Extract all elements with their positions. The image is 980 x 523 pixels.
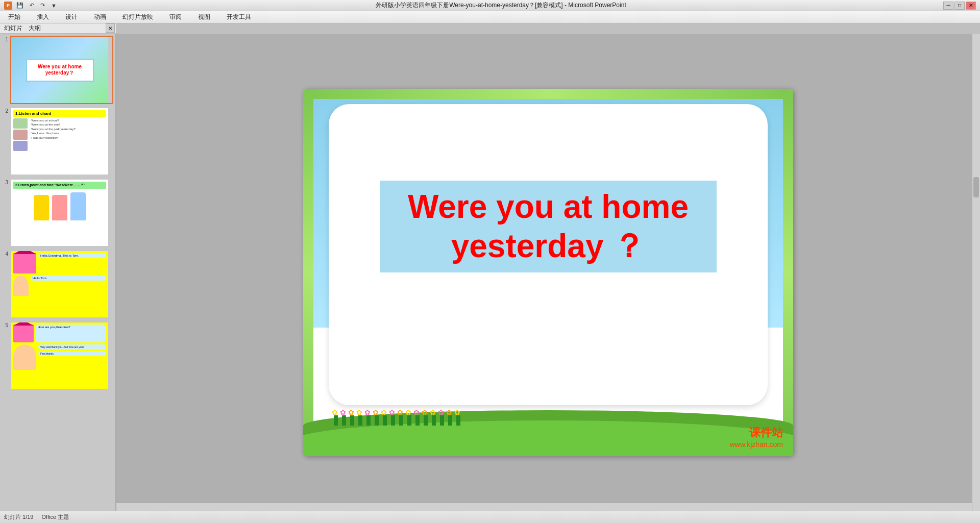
flower-6 bbox=[375, 415, 379, 426]
maximize-button[interactable]: □ bbox=[954, 2, 965, 10]
slide2-img2 bbox=[13, 130, 28, 140]
slide-item-2[interactable]: 2 1.Listen and chant · Were you at schoo… bbox=[2, 107, 113, 176]
ribbon: 开始 插入 设计 动画 幻灯片放映 审阅 视图 开发工具 bbox=[0, 11, 980, 23]
slide5-house bbox=[13, 325, 34, 342]
flower-decorations bbox=[303, 405, 793, 426]
main-editing-area[interactable]: Were you at home yesterday ？ 课件站 www.kjz… bbox=[116, 34, 980, 511]
panel-tab-outline[interactable]: 大纲 bbox=[29, 24, 41, 33]
theme-name: Office 主题 bbox=[41, 513, 69, 521]
ribbon-tab-view[interactable]: 视图 bbox=[194, 11, 214, 23]
watermark: 课件站 www.kjzhan.com bbox=[730, 425, 783, 449]
status-bar: 幻灯片 1/19 Office 主题 bbox=[0, 511, 980, 523]
flower-11 bbox=[415, 415, 420, 426]
slide1-text: Were you at homeyesterday？ bbox=[26, 59, 94, 82]
flower-2 bbox=[342, 415, 346, 426]
close-button[interactable]: ✕ bbox=[966, 2, 976, 10]
slide-thumb-4[interactable]: Hello,Grandma. This is Tom. Hello,Tom. bbox=[10, 250, 113, 318]
slide-item-1[interactable]: 1 Were you at homeyesterday？ bbox=[2, 36, 113, 104]
flower-4 bbox=[358, 415, 362, 426]
slide4-bubble2: Hello,Tom. bbox=[31, 276, 106, 281]
slide2-img1 bbox=[13, 118, 28, 129]
title-bar-left: P 💾 ↶ ↷ ▼ bbox=[4, 2, 59, 10]
slide-number-2: 2 bbox=[2, 108, 8, 114]
slides-panel[interactable]: 1 Were you at homeyesterday？ 2 1.Listen … bbox=[0, 34, 116, 511]
slide-number-4: 4 bbox=[2, 251, 8, 257]
flower-8 bbox=[391, 415, 395, 426]
slide3-char1 bbox=[34, 195, 49, 220]
ribbon-tab-design[interactable]: 设计 bbox=[61, 11, 82, 23]
quick-more[interactable]: ▼ bbox=[49, 3, 59, 9]
slide-count: 幻灯片 1/19 bbox=[4, 513, 33, 521]
slide5-bubble1: How are you,Grandma? bbox=[36, 325, 106, 342]
slide5-bubble2: Very well,thank you. And how are you? bbox=[38, 344, 106, 350]
watermark-line1: 课件站 bbox=[730, 425, 783, 440]
panel-header: 幻灯片 大纲 bbox=[0, 23, 116, 34]
scrollbar-thumb[interactable] bbox=[973, 177, 979, 197]
slide-thumb-1[interactable]: Were you at homeyesterday？ bbox=[10, 36, 113, 104]
flower-16 bbox=[456, 415, 460, 426]
slide-thumb-5[interactable]: How are you,Grandma? Very well,thank you… bbox=[10, 321, 113, 390]
title-bar-controls: ─ □ ✕ bbox=[943, 2, 976, 10]
watermark-line2: www.kjzhan.com bbox=[730, 440, 783, 449]
quick-redo[interactable]: ↷ bbox=[38, 2, 47, 9]
main-scrollbar[interactable] bbox=[972, 34, 980, 511]
main-heading: Were you at home yesterday ？ bbox=[408, 187, 689, 266]
slide-canvas: Were you at home yesterday ？ 课件站 www.kjz… bbox=[303, 89, 793, 456]
slide3-title: 2.Listen,point and find "Was/Were……？" bbox=[13, 182, 106, 189]
ribbon-tab-insert[interactable]: 插入 bbox=[33, 11, 53, 23]
title-bar-title: 外研版小学英语四年级下册Were-you-at-home-yesterday？[… bbox=[59, 1, 943, 10]
slide5-bubble3: Fine,thanks. bbox=[38, 351, 106, 356]
panel-close-button[interactable]: ✕ bbox=[106, 23, 115, 33]
slide-item-5[interactable]: 5 How are you,Grandma? Very well,thank y… bbox=[2, 321, 113, 390]
ribbon-tab-slideshow[interactable]: 幻灯片放映 bbox=[118, 11, 157, 23]
minimize-button[interactable]: ─ bbox=[943, 2, 953, 10]
slide-number-5: 5 bbox=[2, 322, 8, 328]
flower-13 bbox=[432, 415, 436, 426]
grass-layer2 bbox=[303, 420, 793, 456]
slide-item-3[interactable]: 3 2.Listen,point and find "Was/Were……？" bbox=[2, 179, 113, 247]
ribbon-tab-start[interactable]: 开始 bbox=[4, 11, 24, 23]
flower-10 bbox=[407, 415, 411, 426]
slide-thumb-2[interactable]: 1.Listen and chant · Were you at school?… bbox=[10, 107, 113, 176]
flower-5 bbox=[366, 415, 371, 426]
slide5-girl bbox=[13, 344, 36, 370]
slide2-bullets: · Were you at school? · Were you at the … bbox=[30, 118, 76, 151]
slide-number-1: 1 bbox=[2, 37, 8, 42]
slide2-img3 bbox=[13, 141, 28, 151]
slide4-house bbox=[13, 253, 36, 273]
slide-number-3: 3 bbox=[2, 180, 8, 185]
flower-14 bbox=[440, 415, 444, 426]
ribbon-tab-animation[interactable]: 动画 bbox=[90, 11, 110, 23]
slide3-char2 bbox=[52, 195, 67, 220]
ribbon-tab-developer[interactable]: 开发工具 bbox=[223, 11, 255, 23]
flower-7 bbox=[383, 415, 387, 426]
flower-12 bbox=[424, 415, 428, 426]
flower-15 bbox=[448, 415, 452, 426]
slide-item-4[interactable]: 4 Hello,Grandma. This is Tom. Hello,Tom. bbox=[2, 250, 113, 318]
main-text-box[interactable]: Were you at home yesterday ？ bbox=[380, 181, 717, 272]
slide3-char3 bbox=[70, 192, 86, 220]
frame-top bbox=[303, 89, 793, 99]
panel-tab-slides[interactable]: 幻灯片 bbox=[4, 24, 22, 33]
slide4-girl bbox=[13, 276, 29, 296]
flower-1 bbox=[334, 415, 338, 426]
slide4-bubble1: Hello,Grandma. This is Tom. bbox=[38, 253, 106, 258]
quick-save[interactable]: 💾 bbox=[14, 2, 26, 9]
slide2-title: 1.Listen and chant bbox=[13, 110, 106, 117]
app-icon: P bbox=[4, 2, 12, 10]
quick-undo[interactable]: ↶ bbox=[28, 2, 36, 9]
bottom-scrollbar[interactable] bbox=[116, 503, 972, 511]
flower-3 bbox=[350, 415, 354, 426]
title-bar: P 💾 ↶ ↷ ▼ 外研版小学英语四年级下册Were-you-at-home-y… bbox=[0, 0, 980, 11]
slide-background bbox=[303, 89, 793, 456]
ribbon-tab-review[interactable]: 审阅 bbox=[165, 11, 186, 23]
flower-9 bbox=[399, 415, 403, 426]
slide-thumb-3[interactable]: 2.Listen,point and find "Was/Were……？" bbox=[10, 179, 113, 247]
